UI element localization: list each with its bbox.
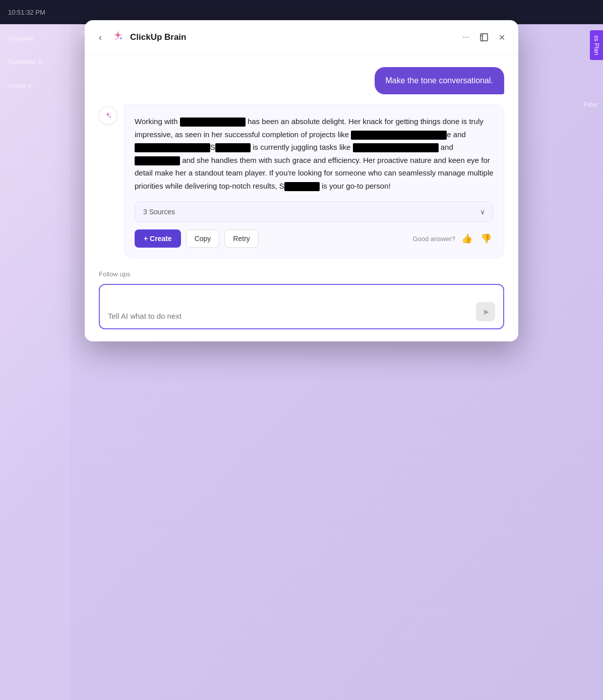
- create-button-label: + Create: [144, 235, 172, 243]
- redacted-4: [215, 143, 251, 152]
- brain-icon: [111, 29, 125, 45]
- user-bubble: Make the tone conversational.: [375, 67, 504, 94]
- feedback-row: Good answer? 👍 👎: [412, 231, 494, 246]
- text-s: S: [210, 143, 215, 151]
- thumbs-down-icon: 👎: [480, 234, 492, 244]
- more-button[interactable]: ···: [460, 30, 472, 45]
- followup-section: Follow ups ➤: [85, 270, 518, 341]
- sources-section[interactable]: 3 Sources ∨: [135, 201, 494, 222]
- clickup-brain-modal: ‹ ClickUp Brain ···: [85, 20, 518, 341]
- redacted-5: [353, 143, 439, 152]
- user-message-text: Make the tone conversational.: [386, 76, 493, 85]
- text-goto: is your go-to person!: [320, 182, 391, 190]
- text-working: Working with: [135, 117, 180, 126]
- followup-input-wrap: ➤: [99, 284, 504, 329]
- redacted-6: [135, 156, 180, 165]
- create-button[interactable]: + Create: [135, 229, 181, 248]
- send-icon: ➤: [483, 307, 489, 317]
- expand-button[interactable]: [476, 30, 492, 45]
- back-button[interactable]: ‹: [95, 30, 106, 45]
- redacted-7: [284, 182, 320, 191]
- redacted-1: [180, 118, 246, 127]
- sources-label: 3 Sources: [143, 208, 175, 216]
- thumbs-up-icon: 👍: [461, 234, 472, 244]
- text-juggling: is currently juggling tasks like: [251, 143, 353, 151]
- ai-avatar: [99, 106, 117, 125]
- retry-button[interactable]: Retry: [224, 229, 258, 248]
- modal-body: Make the tone conversational. Working wi…: [85, 55, 518, 270]
- svg-rect-0: [480, 34, 488, 41]
- ai-content-card: Working with has been an absolute deligh…: [124, 104, 504, 258]
- modal-header: ‹ ClickUp Brain ···: [85, 20, 518, 55]
- close-button[interactable]: ✕: [496, 30, 508, 45]
- retry-button-label: Retry: [233, 235, 250, 243]
- action-row: + Create Copy Retry Good answer? 👍: [135, 229, 494, 248]
- copy-button[interactable]: Copy: [186, 229, 220, 248]
- thumbs-up-button[interactable]: 👍: [459, 231, 474, 246]
- redacted-2: [351, 131, 447, 140]
- ai-response-row: Working with has been an absolute deligh…: [99, 104, 504, 258]
- text-e: e and: [447, 130, 466, 139]
- redacted-3: [135, 143, 210, 152]
- header-actions: ··· ✕: [460, 30, 508, 45]
- followup-input[interactable]: [108, 311, 471, 321]
- chevron-down-icon: ∨: [480, 208, 485, 216]
- good-answer-label: Good answer?: [412, 235, 455, 243]
- modal-title: ClickUp Brain: [130, 32, 455, 42]
- thumbs-down-button[interactable]: 👎: [478, 231, 494, 246]
- copy-button-label: Copy: [195, 235, 211, 243]
- ai-response-text: Working with has been an absolute deligh…: [135, 115, 494, 192]
- followup-label: Follow ups: [99, 270, 504, 278]
- modal-overlay: ‹ ClickUp Brain ···: [0, 0, 603, 700]
- text-and2: and: [439, 143, 453, 151]
- user-message-row: Make the tone conversational.: [99, 67, 504, 94]
- send-button[interactable]: ➤: [476, 302, 495, 321]
